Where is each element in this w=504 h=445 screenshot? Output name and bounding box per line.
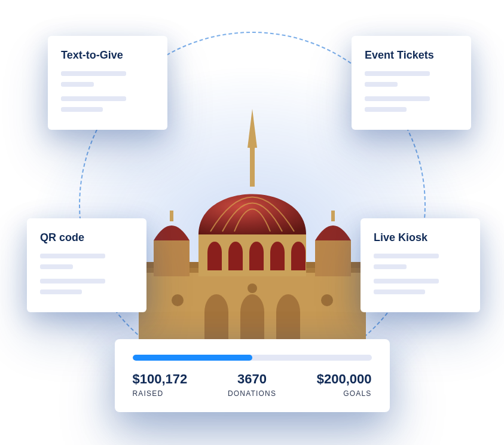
feature-card-text-to-give: Text-to-Give: [48, 36, 167, 130]
svg-rect-6: [331, 211, 335, 221]
placeholder-line: [365, 71, 430, 76]
stat-label: GOALS: [317, 389, 372, 398]
placeholder-line: [40, 289, 82, 294]
placeholder-line: [365, 107, 407, 112]
fundraising-stats-panel: $100,172 RAISED 3670 DONATIONS $200,000 …: [115, 339, 390, 412]
feature-card-event-tickets: Event Tickets: [352, 36, 471, 130]
placeholder-line: [40, 279, 105, 284]
card-title: Live Kiosk: [374, 231, 467, 244]
card-title: QR code: [40, 231, 133, 244]
card-title: Text-to-Give: [61, 49, 154, 62]
stat-label: DONATIONS: [228, 389, 276, 398]
stat-label: RAISED: [133, 389, 188, 398]
placeholder-line: [374, 279, 439, 284]
svg-rect-8: [250, 145, 255, 187]
stat-value: 3670: [228, 371, 276, 387]
svg-point-10: [248, 141, 256, 149]
stat-goals: $200,000 GOALS: [317, 371, 372, 398]
svg-rect-5: [315, 240, 351, 276]
placeholder-line: [374, 264, 407, 269]
svg-point-11: [172, 294, 184, 306]
svg-point-12: [321, 294, 333, 306]
placeholder-line: [374, 289, 425, 294]
placeholder-line: [61, 96, 126, 101]
card-title: Event Tickets: [365, 49, 458, 62]
feature-card-qr-code: QR code: [27, 218, 146, 312]
feature-card-live-kiosk: Live Kiosk: [361, 218, 480, 312]
placeholder-line: [374, 254, 439, 258]
placeholder-line: [40, 264, 73, 269]
mosque-illustration: [115, 91, 390, 354]
placeholder-line: [40, 254, 105, 258]
placeholder-line: [365, 82, 398, 87]
svg-point-13: [248, 284, 257, 293]
stat-value: $100,172: [133, 371, 188, 387]
placeholder-line: [365, 96, 430, 101]
svg-rect-4: [170, 211, 173, 221]
stat-donations: 3670 DONATIONS: [228, 371, 276, 398]
placeholder-line: [61, 82, 94, 87]
stat-value: $200,000: [317, 371, 372, 387]
placeholder-line: [61, 107, 103, 112]
progress-bar-fill: [133, 355, 252, 361]
progress-bar: [133, 355, 372, 361]
placeholder-line: [61, 71, 126, 76]
stat-raised: $100,172 RAISED: [133, 371, 188, 398]
svg-rect-3: [154, 240, 190, 276]
